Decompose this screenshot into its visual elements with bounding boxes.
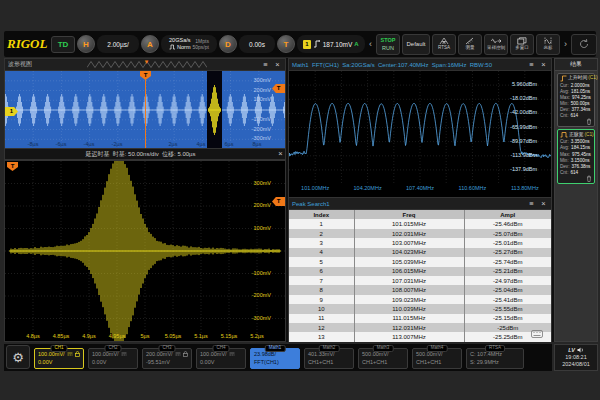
channel-box-ch2[interactable]: CH2100.00mV/0.00V [88,348,138,369]
measurement-name: 正脉宽 [569,132,583,138]
settings-gear-button[interactable]: ⚙ [6,345,30,369]
column-header: Freq [355,210,465,219]
zoom-plot[interactable]: T T 300mV200mV100mV-100mV-200mV-300mV4.8… [5,161,285,341]
clock-date: 2024/08/01 [562,361,590,368]
close-icon[interactable]: × [273,61,282,69]
channel-box-ch1[interactable]: CH1100.00mV/0.00V [34,348,84,369]
menu-icon[interactable]: ≡ [261,61,270,69]
trigger-position-icon: ▼ [144,59,150,65]
channel-box-math2[interactable]: Math2401.33mV/CH1+CH1 [304,348,354,369]
stat-label: Cnt: [560,113,568,119]
peak-freq: 102.031MHz [355,229,465,238]
peak-index: 3 [289,238,355,247]
toolbar-tool-1[interactable]: 测量 [458,34,482,55]
trigger-level-value: 187.10mV [323,41,353,48]
measurement-card[interactable]: 上升时间(C1)Cur:2.0000nsAvg:181.05nsMax:974.… [557,73,595,127]
rigol-logo: RIGOL [7,36,49,52]
refresh-button[interactable] [571,34,597,55]
rtsa-button[interactable]: RTSA [432,34,456,55]
channel-box-math4[interactable]: Math4500.00mV/CH1+CH1 [412,348,462,369]
y-axis-label: -113.9dBm [503,153,537,159]
lock-icon [183,351,188,357]
channel-box-group: CH1100.00mV/0.00VCH2100.00mV/0.00VCH3200… [34,348,524,369]
trigger-coupling: A [354,41,358,47]
table-row[interactable]: 7107.031MHz-24.97dBm [289,276,551,285]
offset-value: 0.00V [200,358,214,366]
peak-freq: 105.039MHz [355,257,465,266]
keypad-icon[interactable] [531,330,543,338]
table-row[interactable]: 6106.015MHz-25.21dBm [289,267,551,276]
channel-box-rtsa[interactable]: RTSAC: 107.4MHzS: 29.9MHz [466,348,524,369]
table-row[interactable]: 8108.007MHz-25.04dBm [289,285,551,294]
peak-freq: 112.031MHz [355,323,465,332]
peak-freq: 104.023MHz [355,248,465,257]
trigger-settings[interactable]: 1 187.10mV A [297,35,365,53]
menu-icon[interactable]: ≡ [527,61,536,69]
close-icon[interactable]: × [539,61,548,69]
y-axis-label: 300mV [237,181,271,187]
horizontal-knob[interactable]: H [77,35,95,53]
toolbar-tool-group: 测量采样控制多窗口光标 [458,34,560,55]
trigger-knob[interactable]: T [277,35,295,53]
peak-search-header: Peak Search1 ≡ × [289,198,551,210]
channel-box-ch4[interactable]: CH4100.00mV/0.00V [196,348,246,369]
channel-box-math3[interactable]: Math3500.00mV/CH1+CH1 [358,348,408,369]
expand-right-button[interactable]: › [562,40,569,49]
rtsa-label: RTSA [438,46,450,51]
dc-coupling-icon [67,352,73,356]
table-row[interactable]: 3103.007MHz-25.01dBm [289,238,551,247]
toolbar-tool-4[interactable]: 光标 [536,34,560,55]
offset-value: FFT(CH1) [254,358,279,366]
table-row[interactable]: 13113.007MHz-25.25dBm [289,332,551,341]
acquisition-mode-badge[interactable]: TD [51,36,75,53]
close-icon[interactable]: × [539,200,548,208]
y-axis-label: -65.99dBm [503,125,537,131]
delay-value[interactable]: 0.00s [239,35,275,53]
y-axis-label: 100mV [237,98,271,104]
acquire-knob[interactable]: A [141,35,159,53]
x-axis-label: -6µs [56,142,67,148]
menu-icon[interactable]: ≡ [527,200,536,208]
sample-info[interactable]: 20GSa/s Norm 1Mpts 50ps/pt [161,35,217,53]
sample-rate: 20GSa/s [169,37,190,44]
table-row[interactable]: 4104.023MHz-25.27dBm [289,248,551,257]
timebase-value[interactable]: 2.00µs/ [97,35,139,53]
record-overview-strip[interactable]: ▼ [87,60,207,69]
table-row[interactable]: 5105.039MHz-25.74dBm [289,257,551,266]
bottom-channel-bar: ⚙ CH1100.00mV/0.00VCH2100.00mV/0.00VCH32… [4,344,552,371]
delete-measurement-icon[interactable] [586,175,592,182]
table-row[interactable]: 1101.015MHz-25.46dBm [289,219,551,228]
table-row[interactable]: 10110.039MHz-25.55dBm [289,304,551,313]
channel-box-ch3[interactable]: CH3200.00mV/-95.51mV [142,348,192,369]
datetime-box[interactable]: LV 19:08:21 2024/08/01 [554,344,598,371]
toolbar-tool-3[interactable]: 多窗口 [510,34,534,55]
dc-coupling-icon [229,352,235,356]
table-row[interactable]: 11111.015MHz-25.15dBm [289,314,551,323]
toolbar-tool-2[interactable]: 采样控制 [484,34,508,55]
x-axis-label: 110.60MHz [459,186,487,192]
fft-plot[interactable]: 5.960dBm-18.02dBm-42.00dBm-65.99dBm-89.9… [289,71,551,184]
peak-index: 13 [289,332,355,341]
close-icon[interactable]: × [276,150,285,158]
table-row[interactable]: 12112.031MHz-25dBm [289,323,551,332]
channel-offset: -95.51mV [146,358,188,366]
x-axis-label: 4.8µs [26,334,40,340]
stop-run-button[interactable]: STOP RUN [376,34,400,55]
rise-time-icon [560,75,567,82]
stat-label: Cnt: [560,170,568,176]
table-row[interactable]: 9109.023MHz-25.41dBm [289,295,551,304]
measurement-source: (C1) [588,75,597,81]
collapse-left-button[interactable]: ‹ [367,40,374,49]
x-axis-label: 4.9µs [82,334,96,340]
peak-index: 7 [289,276,355,285]
delay-knob[interactable]: D [219,35,237,53]
measurement-title: 上升时间(C1) [560,75,592,82]
channel-box-math1[interactable]: Math123.98dB/FFT(CH1) [250,348,300,369]
default-button[interactable]: Default [402,34,430,55]
peak-ampl: -25.07dBm [465,229,551,238]
waveform-plot[interactable]: T 1 T 300mV200mV100mV-100mV-200mV-300mV-… [5,71,285,149]
delete-measurement-icon[interactable] [586,118,592,125]
measurement-card[interactable]: 正脉宽(C1)Cur:3.3500nsAvg:184.15nsMax:975.4… [557,129,595,183]
measurement-title: 正脉宽(C1) [560,131,592,138]
table-row[interactable]: 2102.031MHz-25.07dBm [289,229,551,238]
